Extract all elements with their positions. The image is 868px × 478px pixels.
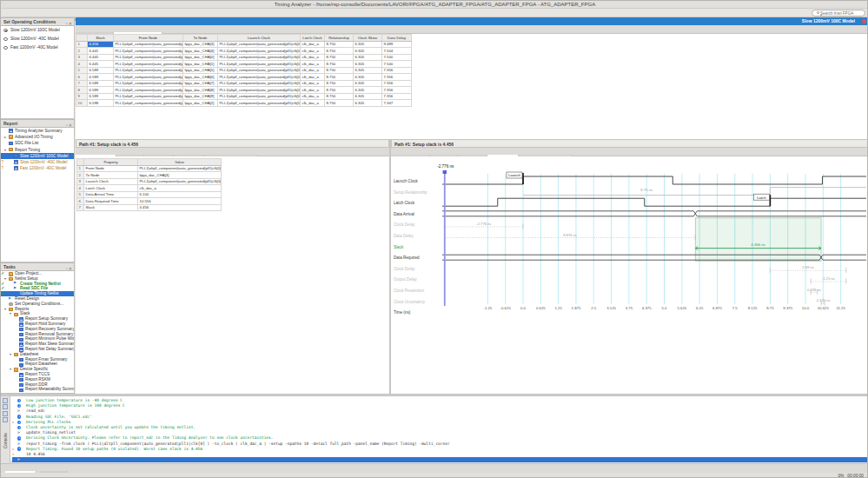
console-clear-icon[interactable]	[3, 411, 8, 416]
cell[interactable]: PLL1|altpll_component|auto_generated|pll…	[114, 61, 183, 68]
cell[interactable]: PLL1|altpll_component|auto_generated|pll…	[114, 80, 183, 87]
cell[interactable]: fpga_dac_CHA[8]	[183, 87, 218, 94]
radio-icon[interactable]	[3, 37, 8, 42]
cell[interactable]: PLL1|altpll_component|auto_generated|pll…	[114, 67, 183, 74]
column-header-from-node[interactable]: From Node	[114, 35, 183, 42]
close-report-icon[interactable]	[862, 19, 866, 23]
operating-condition-option[interactable]: Fast 1200mV -40C Model	[1, 43, 74, 52]
cell[interactable]: fpga_dac_CHA[6]	[183, 74, 218, 81]
property-cell[interactable]: To Node	[84, 172, 138, 179]
cell[interactable]: fpga_dac_CHA[3]	[183, 41, 218, 48]
property-cell[interactable]: From Node	[84, 165, 138, 172]
radio-icon[interactable]	[3, 46, 8, 50]
column-header-relationship[interactable]: Relationship	[325, 35, 354, 42]
console-help-icon[interactable]	[3, 417, 8, 422]
cell[interactable]: 6.305	[354, 87, 382, 94]
cell[interactable]: 6.589	[88, 67, 114, 74]
console-line[interactable]: >	[12, 457, 867, 462]
cell[interactable]: PLL1|altpll_component|auto_generated|pll…	[218, 67, 301, 74]
cell[interactable]: fpga_dac_CHA[1]	[183, 61, 218, 68]
cell[interactable]: fpga_dac_CHA[2]	[183, 100, 218, 107]
cell[interactable]: clk_dac_a	[301, 41, 325, 48]
console-save-icon[interactable]	[3, 398, 8, 403]
cell[interactable]: 6.445	[88, 54, 114, 61]
cell[interactable]: 7.356	[382, 87, 412, 94]
table-row[interactable]: 106.598PLL1|altpll_component|auto_genera…	[76, 100, 412, 107]
value-cell[interactable]: 10.556	[138, 198, 222, 205]
cell[interactable]: PLL1|altpll_component|auto_generated|pll…	[218, 93, 301, 100]
cell[interactable]: 7.356	[382, 93, 412, 100]
tree-item-report-timing[interactable]: ▾Report Timing	[1, 147, 74, 153]
float-panel-icon[interactable]: ▫	[66, 123, 68, 128]
cell[interactable]: 6.589	[88, 80, 114, 87]
cell[interactable]: 7.356	[382, 67, 412, 74]
property-cell[interactable]: Latch Clock	[84, 185, 138, 192]
cell[interactable]: 7.356	[382, 74, 412, 81]
tree-item-slow-1200mv-40c-model[interactable]: ?Slow 1200mV -40C Model	[1, 159, 74, 165]
column-header-data-delay[interactable]: Data Delay	[382, 35, 412, 42]
time-cursor[interactable]: -2.776 ns	[437, 164, 454, 306]
tree-item-fast-1200mv-40c-model[interactable]: ?Fast 1200mV -40C Model	[1, 165, 74, 171]
cell[interactable]: clk_dac_a	[301, 61, 325, 68]
cell[interactable]: 6.305	[354, 67, 382, 74]
radio-icon[interactable]	[3, 29, 8, 33]
cell[interactable]: PLL1|altpll_component|auto_generated|pll…	[218, 74, 301, 81]
cell[interactable]: PLL1|altpll_component|auto_generated|pll…	[218, 48, 301, 55]
property-cell[interactable]: Launch Clock	[84, 178, 138, 185]
tree-item-slow-1200mv-100c-model[interactable]: Slow 1200mV 100C Model	[1, 153, 74, 159]
float-panel-icon[interactable]: ▫	[66, 21, 68, 26]
cell[interactable]: 8.750	[325, 80, 354, 87]
expander-icon[interactable]: ▸	[4, 134, 6, 140]
cell[interactable]: 7.500	[382, 61, 412, 68]
table-row[interactable]: 46.445PLL1|altpll_component|auto_generat…	[76, 61, 412, 68]
table-row[interactable]: 66.589PLL1|altpll_component|auto_generat…	[76, 74, 412, 81]
tree-item-report-metastability-summary[interactable]: Report Metastability Summary	[1, 387, 74, 392]
cell[interactable]: 6.305	[354, 74, 382, 81]
operating-condition-option[interactable]: Slow 1200mV -40C Model	[1, 35, 74, 43]
summary-row[interactable]: 7Slack4.456	[77, 204, 222, 211]
close-panel-icon[interactable]: ✕	[69, 21, 72, 26]
tree-item-sdc-file-list[interactable]: SDC File List	[1, 140, 74, 146]
column-header-property[interactable]: Property	[84, 159, 138, 166]
summary-row[interactable]: 5Data Arrival Time6.100	[77, 191, 222, 198]
summary-row[interactable]: 6Data Required Time10.556	[77, 198, 222, 205]
cell[interactable]: 7.356	[382, 80, 412, 87]
cell[interactable]: 8.750	[325, 48, 354, 55]
expander-icon[interactable]: ▾	[4, 147, 6, 153]
table-row[interactable]: 86.589PLL1|altpll_component|auto_generat…	[76, 87, 412, 94]
cell[interactable]: 7.504	[382, 48, 412, 55]
cell[interactable]: 6.305	[354, 41, 382, 48]
column-header-value[interactable]: Value	[138, 159, 222, 166]
value-cell[interactable]: 4.456	[138, 204, 222, 211]
cell[interactable]: 6.305	[354, 100, 382, 107]
cell[interactable]: PLL1|altpll_component|auto_generated|pll…	[114, 93, 183, 100]
cell[interactable]: clk_dac_a	[301, 48, 325, 55]
cell[interactable]: clk_dac_a	[301, 93, 325, 100]
operating-condition-option[interactable]: Slow 1200mV 100C Model	[1, 26, 74, 35]
summary-row[interactable]: 4Latch Clockclk_dac_a	[77, 185, 222, 192]
property-cell[interactable]: Slack	[84, 204, 138, 211]
summary-row[interactable]: 3Launch ClockPLL1|altpll_component|auto_…	[77, 178, 222, 185]
close-panel-icon[interactable]: ✕	[69, 123, 72, 128]
cell[interactable]: 7.347	[382, 100, 412, 107]
cell[interactable]: fpga_dac_CHA[0]	[183, 54, 218, 61]
console-copy-icon[interactable]	[3, 404, 8, 409]
cell[interactable]: fpga_dac_CHA[9]	[183, 93, 218, 100]
waveform-chart[interactable]: Launch ClockLaunchSetup Relationship8.75…	[391, 156, 868, 330]
float-panel-icon[interactable]: ▫	[66, 266, 68, 271]
cell[interactable]: clk_dac_a	[301, 54, 325, 61]
table-row[interactable]: 56.589PLL1|altpll_component|auto_generat…	[76, 67, 412, 74]
cursor-handle[interactable]	[443, 170, 447, 174]
value-cell[interactable]: fpga_dac_CHA[3]	[138, 172, 222, 179]
column-header-slack[interactable]: Slack	[88, 35, 114, 42]
cell[interactable]: fpga_dac_CHA[5]	[183, 67, 218, 74]
cell[interactable]: clk_dac_a	[301, 67, 325, 74]
cell[interactable]: 6.589	[88, 74, 114, 81]
search-input[interactable]	[812, 10, 865, 17]
cell[interactable]: 8.750	[325, 74, 354, 81]
cell[interactable]: PLL1|altpll_component|auto_generated|pll…	[114, 100, 183, 107]
cell[interactable]: PLL1|altpll_component|auto_generated|pll…	[114, 74, 183, 81]
cell[interactable]: PLL1|altpll_component|auto_generated|pll…	[218, 80, 301, 87]
cell[interactable]: 7.500	[382, 54, 412, 61]
cell[interactable]: 8.750	[325, 87, 354, 94]
